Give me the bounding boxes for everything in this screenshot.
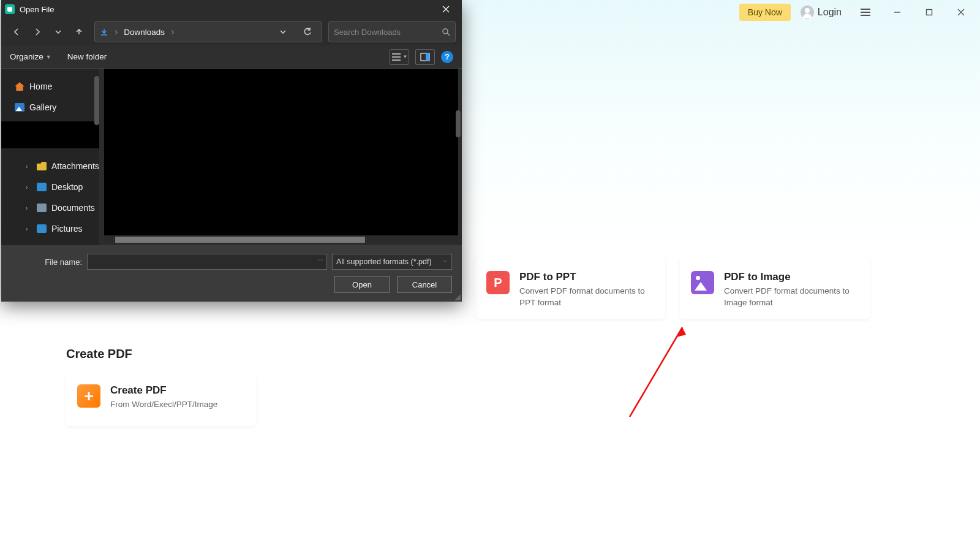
search-input[interactable] xyxy=(334,28,442,37)
card-title: PDF to PPT xyxy=(519,271,654,283)
ppt-icon xyxy=(486,271,510,294)
filename-label: File name: xyxy=(11,257,82,267)
tree-documents[interactable]: ›Documents xyxy=(1,197,99,218)
recent-dropdown-button[interactable] xyxy=(49,23,67,41)
organize-button[interactable]: Organize▼ xyxy=(10,52,51,61)
card-desc: Convert PDF format documents to PPT form… xyxy=(519,286,654,309)
dialog-titlebar[interactable]: Open File xyxy=(1,0,462,18)
dialog-footer: File name: ﹀ All supported formats (*.pd… xyxy=(1,245,462,302)
search-icon xyxy=(442,28,450,36)
card-desc: Convert PDF format documents to Image fo… xyxy=(724,286,859,309)
open-button[interactable]: Open xyxy=(334,276,390,293)
app-topbar: Buy Now Login xyxy=(734,0,980,25)
scrollbar-thumb[interactable] xyxy=(115,237,365,243)
chevron-right-icon: › xyxy=(171,26,174,37)
tree-redacted-item[interactable] xyxy=(1,121,99,148)
up-button[interactable] xyxy=(70,23,88,41)
view-mode-button[interactable]: ▼ xyxy=(390,49,409,65)
download-folder-icon xyxy=(100,28,108,36)
refresh-button[interactable] xyxy=(298,23,317,41)
buy-now-button[interactable]: Buy Now xyxy=(739,4,791,21)
back-button[interactable] xyxy=(7,23,26,41)
card-title: Create PDF xyxy=(110,384,217,397)
folder-icon xyxy=(37,162,47,170)
svg-line-7 xyxy=(447,33,450,36)
file-area xyxy=(99,69,462,245)
breadcrumb-downloads[interactable]: Downloads xyxy=(124,28,165,37)
file-list-scrollbar[interactable] xyxy=(456,110,461,137)
horizontal-scrollbar[interactable] xyxy=(104,237,458,243)
svg-rect-1 xyxy=(927,10,932,15)
pdf-to-image-card[interactable]: PDF to Image Convert PDF format document… xyxy=(680,257,870,319)
tree-pictures[interactable]: ›Pictures xyxy=(1,218,99,239)
chevron-down-icon: ﹀ xyxy=(442,258,448,266)
tree-attachments[interactable]: ›Attachments xyxy=(1,156,99,177)
maximize-button[interactable] xyxy=(915,0,943,25)
preview-pane-button[interactable] xyxy=(415,49,435,65)
help-button[interactable]: ? xyxy=(441,51,453,63)
tree-gallery[interactable]: Gallery xyxy=(1,97,99,118)
expand-icon[interactable]: › xyxy=(26,163,32,170)
forward-button[interactable] xyxy=(28,23,47,41)
expand-icon[interactable]: › xyxy=(26,226,32,232)
avatar-icon xyxy=(801,6,814,19)
tree-home[interactable]: Home xyxy=(1,76,99,97)
svg-point-6 xyxy=(443,29,448,34)
desktop-icon xyxy=(37,183,47,191)
tree-desktop[interactable]: ›Desktop xyxy=(1,177,99,197)
minimize-button[interactable] xyxy=(883,0,911,25)
dialog-title: Open File xyxy=(20,5,434,14)
section-title-create: Create PDF xyxy=(66,347,870,361)
breadcrumb-bar[interactable]: › Downloads › xyxy=(94,21,322,42)
gallery-icon xyxy=(15,103,24,112)
plus-icon xyxy=(77,384,100,408)
search-box[interactable] xyxy=(328,21,456,42)
filetype-select[interactable]: All supported formats (*.pdf) ﹀ xyxy=(332,254,452,270)
filename-input[interactable] xyxy=(87,254,327,270)
card-title: PDF to Image xyxy=(724,271,859,283)
open-file-dialog: Open File › Downloads › Organize▼ New fo… xyxy=(1,0,462,302)
login-button[interactable]: Login xyxy=(801,6,842,19)
expand-icon[interactable]: › xyxy=(26,184,32,191)
tree-scrollbar[interactable] xyxy=(94,76,99,125)
pdf-to-ppt-card[interactable]: PDF to PPT Convert PDF format documents … xyxy=(475,257,665,319)
documents-icon xyxy=(37,204,47,212)
app-logo-icon xyxy=(5,4,15,14)
cancel-button[interactable]: Cancel xyxy=(397,276,452,293)
hamburger-menu-button[interactable] xyxy=(851,0,880,25)
login-label: Login xyxy=(818,7,842,18)
dialog-body: Home Gallery ›Attachments ›Desktop ›Docu… xyxy=(1,69,462,245)
tools-row: Organize▼ New folder ▼ ? xyxy=(1,45,462,69)
close-dialog-button[interactable] xyxy=(434,0,458,18)
create-pdf-card[interactable]: Create PDF From Word/Execl/PPT/Image xyxy=(66,373,256,426)
file-list[interactable] xyxy=(104,69,458,235)
chevron-right-icon: › xyxy=(115,26,118,37)
folder-tree: Home Gallery ›Attachments ›Desktop ›Docu… xyxy=(1,69,99,245)
card-desc: From Word/Execl/PPT/Image xyxy=(110,399,217,411)
nav-toolbar: › Downloads › xyxy=(1,18,462,45)
pictures-icon xyxy=(37,224,47,233)
svg-rect-12 xyxy=(426,53,429,61)
expand-icon[interactable]: › xyxy=(26,205,32,211)
home-icon xyxy=(15,82,24,91)
new-folder-button[interactable]: New folder xyxy=(67,52,107,61)
history-dropdown-button[interactable] xyxy=(274,23,292,41)
close-app-button[interactable] xyxy=(947,0,975,25)
chevron-down-icon[interactable]: ﹀ xyxy=(318,257,323,265)
resize-grip[interactable] xyxy=(453,293,461,300)
image-icon xyxy=(691,271,714,294)
